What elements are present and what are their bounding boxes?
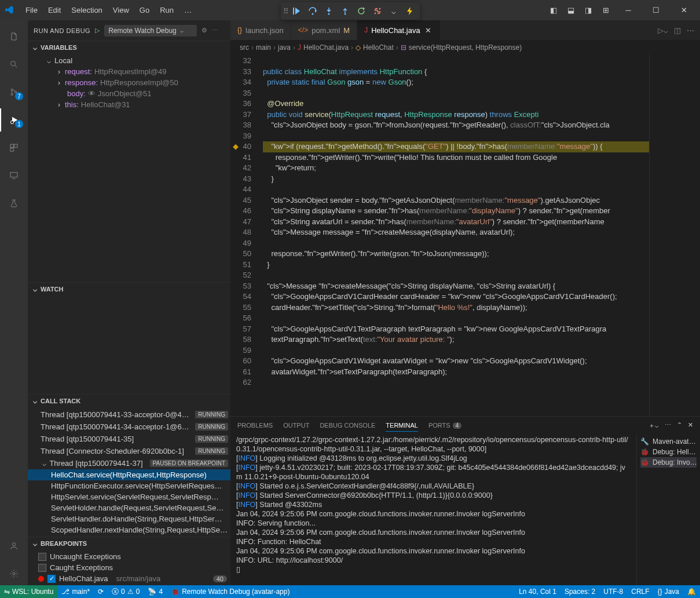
- breadcrumb[interactable]: src› main› java› J HelloChat.java› ◇ Hel…: [230, 41, 700, 54]
- branch-indicator[interactable]: ⎇main*: [57, 585, 94, 598]
- layout-right-icon[interactable]: ◨: [582, 4, 595, 17]
- run-icon[interactable]: ▷⌵: [658, 26, 668, 35]
- maximize-button[interactable]: ☐: [644, 4, 668, 17]
- tab-output[interactable]: OUTPUT: [283, 420, 309, 431]
- step-into-button[interactable]: [321, 4, 336, 18]
- run-debug-icon[interactable]: 1: [0, 108, 28, 132]
- tab-hellochat[interactable]: JHelloChat.java✕: [357, 20, 441, 40]
- panel-close-icon[interactable]: ✕: [688, 421, 693, 430]
- stack-frame[interactable]: ScopedHandler.nextHandle(String,Request,…: [28, 524, 230, 535]
- watch-section-header[interactable]: ⌵WATCH: [28, 283, 230, 296]
- thread-row-paused[interactable]: ⌵ Thread [qtp1500079441-37]PAUSED ON BRE…: [28, 457, 230, 469]
- stack-frame[interactable]: HelloChat.service(HttpRequest,HttpRespon…: [28, 469, 230, 480]
- menu-edit[interactable]: Edit: [43, 3, 65, 17]
- term-session[interactable]: 🔧Maven-avat…: [640, 436, 697, 447]
- editor-area: {}launch.json </>pom.xmlM JHelloChat.jav…: [230, 20, 700, 585]
- var-response[interactable]: ›response: HttpResponseImpl@50: [28, 77, 230, 88]
- tab-more-icon[interactable]: ⋯: [687, 26, 694, 35]
- stack-frame[interactable]: ServletHolder.handle(Request,ServletRequ…: [28, 502, 230, 513]
- ports-indicator[interactable]: 📡4: [144, 585, 167, 598]
- thread-row[interactable]: Thread [Connector-Scheduler-6920b0bc-1]R…: [28, 445, 230, 457]
- split-editor-icon[interactable]: ◫: [674, 26, 681, 35]
- eol-indicator[interactable]: CRLF: [627, 585, 653, 598]
- panel-chevron-up-icon[interactable]: ⌃: [677, 421, 682, 430]
- debug-status[interactable]: 🐞Remote Watch Debug (avatar-app): [167, 585, 294, 598]
- thread-row[interactable]: Thread [qtp1500079441-33-acceptor-0@48…R…: [28, 409, 230, 421]
- explorer-icon[interactable]: [0, 25, 28, 48]
- source-control-icon[interactable]: 7: [0, 81, 28, 104]
- sync-indicator[interactable]: ⟳: [94, 585, 108, 598]
- menu-run[interactable]: Run: [155, 3, 178, 17]
- continue-button[interactable]: [289, 4, 304, 18]
- disconnect-button[interactable]: [370, 4, 385, 18]
- disconnect-chevron-icon[interactable]: ⌵: [386, 4, 401, 18]
- layout-bottom-icon[interactable]: ⬓: [565, 4, 577, 17]
- menu-view[interactable]: View: [108, 3, 134, 17]
- close-button[interactable]: ✕: [672, 4, 695, 17]
- term-session[interactable]: 🐞Debug: Invo…: [640, 457, 697, 468]
- svg-rect-8: [10, 144, 13, 147]
- menu-more[interactable]: …: [179, 3, 196, 17]
- hot-reload-button[interactable]: [402, 4, 417, 18]
- menu-go[interactable]: Go: [135, 3, 154, 17]
- cursor-position[interactable]: Ln 40, Col 1: [515, 585, 560, 598]
- step-out-button[interactable]: [338, 4, 353, 18]
- restart-button[interactable]: [354, 4, 369, 18]
- code-editor[interactable]: 3233343536373839◆40414243444546474849505…: [230, 54, 700, 416]
- tab-debug-console[interactable]: DEBUG CONSOLE: [320, 420, 375, 431]
- checkbox-icon[interactable]: ✓: [47, 575, 56, 583]
- bp-file[interactable]: ✓HelloChat.javasrc/main/java40: [28, 573, 230, 584]
- panel-more-icon[interactable]: ⋯: [665, 421, 671, 430]
- search-icon[interactable]: [0, 53, 28, 76]
- stack-frame[interactable]: HttpServlet.service(ServletRequest,Servl…: [28, 491, 230, 502]
- tab-ports[interactable]: PORTS4: [428, 420, 461, 431]
- testing-icon[interactable]: [0, 192, 28, 215]
- tab-launch[interactable]: {}launch.json: [230, 20, 291, 40]
- var-body[interactable]: body: 👁 JsonObject@51: [28, 88, 230, 99]
- step-over-button[interactable]: [305, 4, 320, 18]
- settings-icon[interactable]: [0, 562, 28, 585]
- tab-terminal[interactable]: TERMINAL: [386, 420, 418, 432]
- menu-file[interactable]: File: [21, 3, 42, 17]
- debug-more-icon[interactable]: ⋯: [212, 27, 218, 34]
- scope-local[interactable]: ⌵Local: [28, 55, 230, 66]
- layout-left-icon[interactable]: ◧: [547, 4, 560, 17]
- tab-problems[interactable]: PROBLEMS: [237, 420, 273, 431]
- extensions-icon[interactable]: [0, 136, 28, 159]
- stack-frame[interactable]: HttpFunctionExecutor.service(HttpServlet…: [28, 480, 230, 491]
- var-this[interactable]: ›this: HelloChat@31: [28, 99, 230, 110]
- layout-customize-icon[interactable]: ⊞: [599, 4, 612, 17]
- start-debug-icon[interactable]: ▷: [95, 27, 100, 34]
- remote-explorer-icon[interactable]: [0, 164, 28, 187]
- indentation-indicator[interactable]: Spaces: 2: [560, 585, 599, 598]
- checkbox-icon[interactable]: [38, 553, 46, 561]
- close-icon[interactable]: ✕: [424, 26, 433, 35]
- bp-caught[interactable]: Caught Exceptions: [28, 562, 230, 573]
- checkbox-icon[interactable]: [38, 564, 46, 572]
- svg-point-2: [344, 13, 346, 15]
- callstack-section-header[interactable]: ⌵CALL STACK: [28, 395, 230, 407]
- stack-frame[interactable]: ServletHandler.doHandle(String,Request,H…: [28, 513, 230, 524]
- drag-handle-icon[interactable]: ⠿: [283, 4, 288, 18]
- tab-pom[interactable]: </>pom.xmlM: [291, 20, 357, 40]
- var-request[interactable]: ›request: HttpRequestImpl@49: [28, 66, 230, 77]
- thread-row[interactable]: Thread [qtp1500079441-35]RUNNING: [28, 433, 230, 445]
- breakpoints-section-header[interactable]: ⌵BREAKPOINTS: [28, 537, 230, 550]
- new-terminal-icon[interactable]: ＋⌵: [648, 421, 659, 430]
- term-session[interactable]: 🐞Debug: Hell…: [640, 447, 697, 457]
- encoding-indicator[interactable]: UTF-8: [599, 585, 627, 598]
- accounts-icon[interactable]: [0, 534, 28, 557]
- thread-row[interactable]: Thread [qtp1500079441-34-acceptor-1@66…R…: [28, 421, 230, 433]
- notifications-icon[interactable]: 🔔: [683, 585, 700, 598]
- terminal-output[interactable]: /grpc/grpc-context/1.27.2/grpc-context-1…: [230, 434, 636, 585]
- problems-indicator[interactable]: ⓧ0 ⚠0: [108, 585, 144, 598]
- minimap[interactable]: [649, 54, 700, 416]
- remote-indicator[interactable]: ⇋WSL: Ubuntu: [0, 585, 57, 598]
- bp-uncaught[interactable]: Uncaught Exceptions: [28, 551, 230, 562]
- language-indicator[interactable]: {} Java: [654, 585, 683, 598]
- debug-settings-icon[interactable]: ⚙: [201, 27, 207, 34]
- menu-selection[interactable]: Selection: [67, 3, 107, 17]
- debug-config-select[interactable]: Remote Watch Debug ⌵: [104, 25, 197, 37]
- variables-section-header[interactable]: ⌵VARIABLES: [28, 41, 230, 54]
- minimize-button[interactable]: ─: [617, 4, 640, 17]
